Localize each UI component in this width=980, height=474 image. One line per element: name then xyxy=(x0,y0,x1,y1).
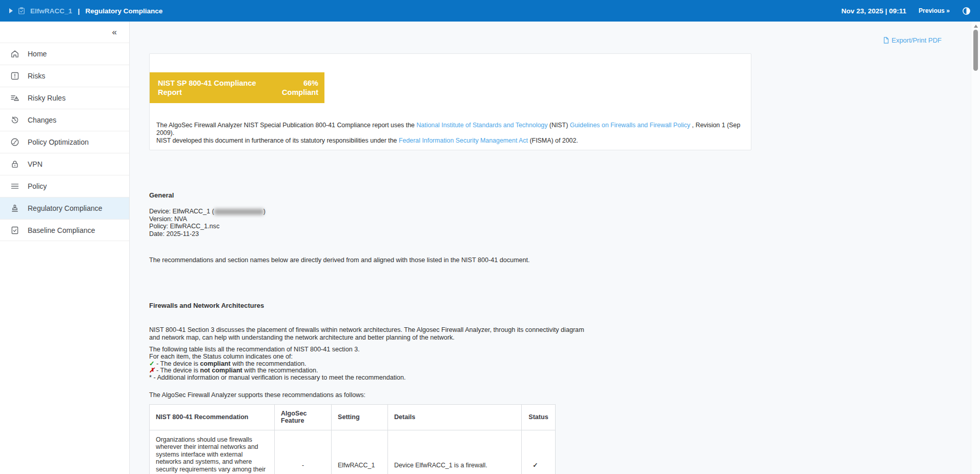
check-icon: ✓ xyxy=(149,360,155,367)
report-intro-paragraph: The AlgoSec Firewall Analyzer NIST Speci… xyxy=(156,122,744,145)
risks-icon xyxy=(10,71,19,81)
derived-note: The recommendations and section names be… xyxy=(149,256,971,264)
intro-text: NIST developed this document in furthera… xyxy=(156,137,399,144)
sidebar-nav: « Home Risks Risky Rules xyxy=(0,22,130,474)
top-bar: ElfwRACC_1 | Regulatory Compliance Nov 2… xyxy=(0,0,980,22)
sidebar-item-changes[interactable]: Changes xyxy=(0,109,129,131)
page-title: Regulatory Compliance xyxy=(86,7,163,15)
report-content: Export/Print PDF NIST SP 800-41 Complian… xyxy=(130,22,971,474)
legend-intro-line2: For each item, the Status column indicat… xyxy=(149,353,971,361)
sidebar-item-label: Baseline Compliance xyxy=(28,226,95,234)
cell-setting: ElfwRACC_1 xyxy=(332,430,388,474)
report-header-card: NIST SP 800-41 Compliance Report 66% Com… xyxy=(149,53,751,150)
firewalls-section-paragraph: NIST 800-41 Section 3 discusses the plac… xyxy=(149,326,591,341)
table-row: Organizations should use firewalls where… xyxy=(150,430,556,474)
sidebar-item-label: Policy Optimization xyxy=(28,138,89,146)
baseline-compliance-checklist-icon xyxy=(10,226,19,235)
fisma-link[interactable]: Federal Information Security Management … xyxy=(399,137,528,144)
general-details: Device: ElfwRACC_1 () Version: NVA Polic… xyxy=(149,208,971,238)
scrollbar-thumb[interactable] xyxy=(973,30,978,71)
legend-bold: not compliant xyxy=(200,367,242,374)
scroll-up-icon[interactable] xyxy=(974,25,978,28)
general-section-heading: General xyxy=(149,191,971,199)
sidebar-item-label: VPN xyxy=(28,160,43,168)
vertical-scrollbar[interactable] xyxy=(971,22,980,474)
compliance-banner: NIST SP 800-41 Compliance Report 66% Com… xyxy=(150,72,324,103)
contrast-icon[interactable] xyxy=(962,7,971,15)
vpn-lock-icon xyxy=(10,160,19,169)
breadcrumb: ElfwRACC_1 | Regulatory Compliance xyxy=(9,7,162,15)
recommendation-text: Organizations should use firewalls where… xyxy=(156,436,268,474)
sidebar-item-baseline-compliance[interactable]: Baseline Compliance xyxy=(0,219,129,241)
sidebar-item-label: Risky Rules xyxy=(28,94,66,102)
device-label: Device: ElfwRACC_1 ( xyxy=(149,208,214,215)
table-header-row: NIST 800-41 Recommendation AlgoSec Featu… xyxy=(150,404,556,430)
device-suffix: ) xyxy=(263,208,266,215)
previous-report-button[interactable]: Previous » xyxy=(918,7,950,14)
sidebar-item-label: Home xyxy=(28,50,47,58)
intro-text: (NIST) xyxy=(547,122,569,129)
col-header-recommendation: NIST 800-41 Recommendation xyxy=(150,404,275,430)
firewalls-section-heading: Firewalls and Network Architectures xyxy=(149,302,971,309)
compliance-banner-title: NIST SP 800-41 Compliance Report xyxy=(158,78,282,103)
breadcrumb-separator: | xyxy=(78,7,80,15)
report-datetime: Nov 23, 2025 | 09:11 xyxy=(841,7,906,15)
sidebar-item-risks[interactable]: Risks xyxy=(0,65,129,87)
legend-star-line: * - Additional information or manual ver… xyxy=(149,374,971,382)
risky-rules-icon xyxy=(10,93,19,103)
sidebar-collapse-button[interactable]: « xyxy=(112,28,117,36)
nist-link[interactable]: National Institute of Standards and Tech… xyxy=(416,122,547,129)
export-print-pdf-label: Export/Print PDF xyxy=(891,36,942,44)
expand-arrow-icon[interactable] xyxy=(9,8,13,13)
general-date-line: Date: 2025-11-23 xyxy=(149,230,971,238)
export-print-pdf-button[interactable]: Export/Print PDF xyxy=(883,36,942,44)
sidebar-item-vpn[interactable]: VPN xyxy=(0,153,129,175)
sidebar-item-label: Regulatory Compliance xyxy=(28,204,103,212)
sidebar-item-label: Risks xyxy=(28,72,45,80)
col-header-setting: Setting xyxy=(332,404,388,430)
col-header-details: Details xyxy=(388,404,522,430)
x-icon: ✗ xyxy=(149,367,155,374)
sidebar-item-risky-rules[interactable]: Risky Rules xyxy=(0,87,129,109)
general-version-line: Version: NVA xyxy=(149,215,971,223)
regulatory-compliance-stamp-icon xyxy=(10,204,19,213)
cell-details: Device ElfwRACC_1 is a firewall. xyxy=(388,430,522,474)
status-legend: The following table lists all the recomm… xyxy=(149,346,971,382)
legend-text: - The device is xyxy=(155,367,200,374)
recommendations-table: NIST 800-41 Recommendation AlgoSec Featu… xyxy=(149,404,556,474)
legend-not-compliant-line: ✗ - The device is not compliant with the… xyxy=(149,367,971,374)
sidebar-item-policy-optimization[interactable]: Policy Optimization xyxy=(0,131,129,153)
cell-recommendation: Organizations should use firewalls where… xyxy=(150,430,275,474)
legend-compliant-line: ✓ - The device is compliant with the rec… xyxy=(149,361,971,368)
breadcrumb-device[interactable]: ElfwRACC_1 xyxy=(30,7,72,15)
guidelines-link[interactable]: Guidelines on Firewalls and Firewall Pol… xyxy=(570,122,690,129)
intro-text: The AlgoSec Firewall Analyzer NIST Speci… xyxy=(156,122,416,129)
sidebar-item-label: Changes xyxy=(28,116,56,124)
sidebar-item-label: Policy xyxy=(28,182,47,190)
pdf-file-icon xyxy=(883,36,890,44)
report-icon xyxy=(17,7,26,15)
redacted-ip xyxy=(214,209,263,215)
general-device-line: Device: ElfwRACC_1 () xyxy=(149,208,971,215)
policy-optimization-icon xyxy=(10,137,19,147)
changes-icon xyxy=(10,115,19,125)
supports-paragraph: The AlgoSec Firewall Analyzer supports t… xyxy=(149,391,971,399)
home-icon xyxy=(10,49,19,58)
legend-text: with the recommendation. xyxy=(242,367,318,374)
intro-text: (FISMA) of 2002. xyxy=(528,137,578,144)
legend-intro-line: The following table lists all the recomm… xyxy=(149,346,971,353)
col-header-status: Status xyxy=(522,404,556,430)
policy-list-icon xyxy=(10,182,19,191)
sidebar-item-policy[interactable]: Policy xyxy=(0,175,129,197)
sidebar-item-home[interactable]: Home xyxy=(0,43,129,65)
cell-status: ✓ xyxy=(522,430,556,474)
sidebar-item-regulatory-compliance[interactable]: Regulatory Compliance xyxy=(0,197,129,219)
cell-feature: - xyxy=(275,430,332,474)
legend-text: - The device is xyxy=(155,360,200,367)
legend-text: with the recommendation. xyxy=(231,360,307,367)
legend-bold: compliant xyxy=(200,360,230,367)
compliance-percentage: 66% Compliant xyxy=(282,78,318,103)
general-policy-line: Policy: ElfwRACC_1.nsc xyxy=(149,223,971,230)
col-header-feature: AlgoSec Feature xyxy=(275,404,332,430)
